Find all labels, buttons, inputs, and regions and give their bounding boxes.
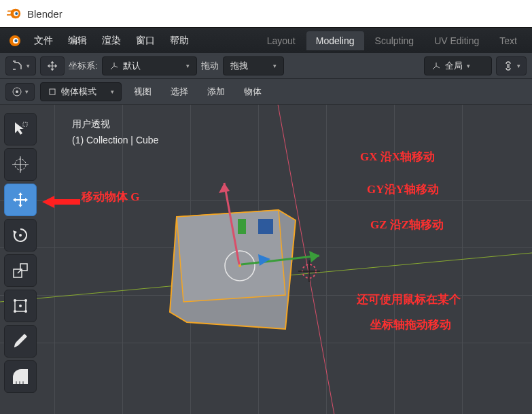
svg-point-30 [19,234,22,237]
global-icon [431,61,441,71]
ruler-icon [11,367,30,386]
svg-rect-14 [258,219,273,234]
tool-scale[interactable] [4,254,37,287]
main-menu-bar: 文件 编辑 渲染 窗口 帮助 Layout Modeling Sculpting… [0,27,532,53]
orientation-dropdown[interactable]: 默认 ▾ [102,56,197,75]
viewport-3d[interactable]: 用户透视 (1) Collection | Cube 移动物体 [0,105,532,414]
cursor-3d [296,258,323,285]
annotation-gz: GZ 沿Z轴移动 [370,217,444,232]
editor-type-button[interactable]: ▾ [5,83,35,101]
svg-rect-8 [50,89,55,94]
blender-logo-small-icon [5,33,22,49]
select-menu[interactable]: 选择 [164,83,195,101]
tool-rotate[interactable] [4,219,37,252]
svg-marker-43 [42,196,80,208]
grid-line [122,105,123,414]
grid-line [0,343,532,343]
blender-logo-icon [7,6,22,21]
annotation-move: 移动物体 G [82,189,139,205]
tool-measure[interactable] [4,360,37,393]
cursor-3d-icon [11,155,30,174]
svg-point-39 [19,305,22,307]
drag-mode-value: 拖拽 [230,60,248,72]
menu-file[interactable]: 文件 [27,32,60,50]
svg-point-36 [24,299,27,302]
transform-orientation-dropdown[interactable]: 全局 ▾ [424,56,492,75]
pivot-button[interactable] [40,56,65,75]
tool-transform[interactable] [4,290,37,322]
svg-point-37 [14,310,16,313]
svg-point-7 [16,90,18,93]
axes-icon [109,61,119,71]
transform-icon [11,296,30,315]
svg-point-35 [14,299,16,302]
annotation-gy: GY沿Y轴移动 [367,182,439,197]
tool-move[interactable] [4,184,37,216]
left-toolbar [4,113,37,393]
workspace-tab-modeling[interactable]: Modeling [306,31,364,50]
object-menu[interactable]: 物体 [237,83,268,101]
editor-header: ▾ 物体模式 ▾ 视图 选择 添加 物体 [0,79,532,105]
annotation-mouse2: 坐标轴拖动移动 [370,317,451,332]
options-button[interactable]: ▾ [496,56,527,75]
workspace-tab-uv[interactable]: UV Editing [425,31,489,50]
view-menu[interactable]: 视图 [127,83,158,101]
mode-dropdown[interactable]: 物体模式 ▾ [40,82,122,101]
menu-edit[interactable]: 编辑 [61,32,94,50]
svg-marker-21 [258,254,270,266]
workspace-tab-text[interactable]: Text [490,31,527,50]
rotate-icon [11,226,30,245]
scale-icon [11,261,30,280]
annotation-gx: GX 沿X轴移动 [360,149,435,165]
menu-render[interactable]: 渲染 [95,32,128,50]
svg-point-2 [15,12,18,15]
svg-marker-18 [219,183,230,193]
editor-viewport-icon [12,86,22,97]
mode-value: 物体模式 [61,86,96,98]
tool-annotate[interactable] [4,325,37,358]
workspace-tab-sculpting[interactable]: Sculpting [366,31,424,50]
menu-help[interactable]: 帮助 [163,32,196,50]
grid-line [462,105,463,414]
tool-header: ▾ 坐标系: 默认 ▾ 拖动 拖拽 ▾ 全局 ▾ ▾ [0,53,532,79]
annotation-mouse1: 还可使用鼠标在某个 [357,292,461,307]
view-info-collection: (1) Collection | Cube [72,135,158,145]
svg-rect-25 [23,122,27,126]
snap-toggle-button[interactable]: ▾ [5,56,36,75]
y-axis-arrow[interactable] [251,251,279,271]
tool-cursor[interactable] [4,148,37,181]
pencil-icon [11,332,30,351]
svg-line-17 [224,183,239,264]
global-value: 全局 [445,60,463,72]
svg-line-33 [18,269,22,273]
coord-system-label: 坐标系: [69,60,98,72]
grid-line [54,105,55,414]
drag-label: 拖动 [201,60,219,72]
window-title: Blender [27,8,63,20]
object-mode-icon [48,87,57,97]
tool-select[interactable] [4,113,37,145]
svg-point-5 [14,39,17,41]
move-icon [11,190,30,209]
orientation-value: 默认 [123,60,141,72]
link-icon [502,60,514,72]
workspace-tab-layout[interactable]: Layout [258,31,305,50]
view-info-perspective: 用户透视 [72,118,110,131]
snap-icon [12,60,24,72]
drag-mode-dropdown[interactable]: 拖拽 ▾ [223,56,284,75]
svg-point-38 [24,310,27,313]
window-title-bar: Blender [0,0,532,27]
add-menu[interactable]: 添加 [200,83,232,101]
annotation-arrow [41,192,82,212]
pivot-icon [46,60,58,72]
cursor-icon [11,120,30,139]
menu-window[interactable]: 窗口 [129,32,162,50]
